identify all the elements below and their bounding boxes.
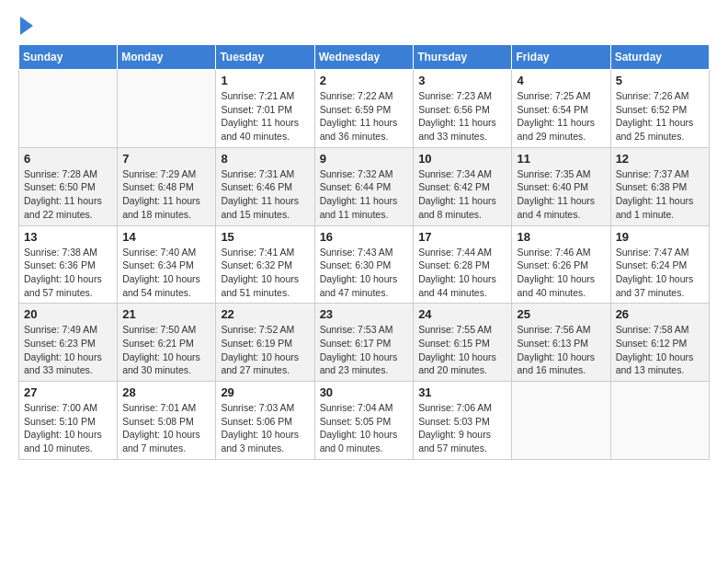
day-number: 1 xyxy=(221,74,309,87)
day-info: Sunrise: 7:00 AM Sunset: 5:10 PM Dayligh… xyxy=(24,401,112,455)
calendar-cell: 13Sunrise: 7:38 AM Sunset: 6:36 PM Dayli… xyxy=(19,225,118,304)
day-number: 11 xyxy=(517,152,605,166)
day-number: 13 xyxy=(24,230,112,244)
day-number: 4 xyxy=(517,74,605,87)
day-number: 19 xyxy=(616,230,704,244)
day-number: 29 xyxy=(221,385,309,399)
day-number: 23 xyxy=(320,307,409,321)
calendar-cell: 24Sunrise: 7:55 AM Sunset: 6:15 PM Dayli… xyxy=(414,304,512,382)
calendar-cell xyxy=(19,70,118,148)
calendar-week-row: 20Sunrise: 7:49 AM Sunset: 6:23 PM Dayli… xyxy=(19,304,710,382)
day-info: Sunrise: 7:21 AM Sunset: 7:01 PM Dayligh… xyxy=(221,89,309,144)
calendar-cell xyxy=(118,70,216,148)
logo xyxy=(18,18,33,35)
day-number: 6 xyxy=(24,152,112,166)
day-number: 20 xyxy=(24,307,112,321)
day-info: Sunrise: 7:43 AM Sunset: 6:30 PM Dayligh… xyxy=(320,246,409,300)
day-number: 14 xyxy=(122,230,210,244)
day-info: Sunrise: 7:23 AM Sunset: 6:56 PM Dayligh… xyxy=(418,89,506,144)
day-number: 27 xyxy=(24,385,112,399)
calendar-cell: 19Sunrise: 7:47 AM Sunset: 6:24 PM Dayli… xyxy=(610,225,709,304)
day-info: Sunrise: 7:29 AM Sunset: 6:48 PM Dayligh… xyxy=(122,167,210,222)
day-number: 9 xyxy=(320,152,409,166)
day-number: 2 xyxy=(320,74,409,87)
calendar-cell: 5Sunrise: 7:26 AM Sunset: 6:52 PM Daylig… xyxy=(610,70,709,148)
calendar-week-row: 13Sunrise: 7:38 AM Sunset: 6:36 PM Dayli… xyxy=(19,225,710,304)
day-info: Sunrise: 7:50 AM Sunset: 6:21 PM Dayligh… xyxy=(122,323,210,377)
day-info: Sunrise: 7:49 AM Sunset: 6:23 PM Dayligh… xyxy=(24,323,112,377)
calendar-week-row: 6Sunrise: 7:28 AM Sunset: 6:50 PM Daylig… xyxy=(19,147,710,225)
weekday-header: Tuesday xyxy=(216,45,314,70)
calendar-cell: 28Sunrise: 7:01 AM Sunset: 5:08 PM Dayli… xyxy=(118,382,216,460)
day-info: Sunrise: 7:55 AM Sunset: 6:15 PM Dayligh… xyxy=(418,323,506,377)
day-number: 21 xyxy=(122,307,210,321)
day-info: Sunrise: 7:34 AM Sunset: 6:42 PM Dayligh… xyxy=(418,167,506,222)
calendar-cell: 11Sunrise: 7:35 AM Sunset: 6:40 PM Dayli… xyxy=(512,147,610,225)
calendar-cell: 16Sunrise: 7:43 AM Sunset: 6:30 PM Dayli… xyxy=(314,225,414,304)
day-number: 26 xyxy=(616,307,704,321)
day-info: Sunrise: 7:41 AM Sunset: 6:32 PM Dayligh… xyxy=(221,246,309,300)
day-info: Sunrise: 7:31 AM Sunset: 6:46 PM Dayligh… xyxy=(221,167,309,222)
calendar-week-row: 27Sunrise: 7:00 AM Sunset: 5:10 PM Dayli… xyxy=(19,382,710,460)
day-info: Sunrise: 7:46 AM Sunset: 6:26 PM Dayligh… xyxy=(517,246,605,300)
day-info: Sunrise: 7:26 AM Sunset: 6:52 PM Dayligh… xyxy=(616,89,704,144)
day-number: 7 xyxy=(122,152,210,166)
calendar-cell xyxy=(512,382,610,460)
day-number: 25 xyxy=(517,307,605,321)
calendar-cell: 3Sunrise: 7:23 AM Sunset: 6:56 PM Daylig… xyxy=(414,70,512,148)
day-number: 17 xyxy=(418,230,506,244)
day-info: Sunrise: 7:03 AM Sunset: 5:06 PM Dayligh… xyxy=(221,401,309,455)
calendar-cell: 1Sunrise: 7:21 AM Sunset: 7:01 PM Daylig… xyxy=(216,70,314,148)
weekday-header: Monday xyxy=(118,45,216,70)
calendar-cell: 10Sunrise: 7:34 AM Sunset: 6:42 PM Dayli… xyxy=(414,147,512,225)
logo-arrow-icon xyxy=(20,17,33,35)
calendar-cell: 15Sunrise: 7:41 AM Sunset: 6:32 PM Dayli… xyxy=(216,225,314,304)
day-info: Sunrise: 7:53 AM Sunset: 6:17 PM Dayligh… xyxy=(320,323,409,377)
day-info: Sunrise: 7:40 AM Sunset: 6:34 PM Dayligh… xyxy=(122,246,210,300)
day-info: Sunrise: 7:22 AM Sunset: 6:59 PM Dayligh… xyxy=(320,89,409,144)
weekday-header: Thursday xyxy=(414,45,512,70)
day-number: 18 xyxy=(517,230,605,244)
calendar-cell: 27Sunrise: 7:00 AM Sunset: 5:10 PM Dayli… xyxy=(19,382,118,460)
day-number: 10 xyxy=(418,152,506,166)
weekday-header: Sunday xyxy=(19,45,118,70)
day-number: 12 xyxy=(616,152,704,166)
day-number: 24 xyxy=(418,307,506,321)
day-info: Sunrise: 7:56 AM Sunset: 6:13 PM Dayligh… xyxy=(517,323,605,377)
day-info: Sunrise: 7:01 AM Sunset: 5:08 PM Dayligh… xyxy=(122,401,210,455)
page-header xyxy=(18,18,710,35)
calendar-cell: 31Sunrise: 7:06 AM Sunset: 5:03 PM Dayli… xyxy=(414,382,512,460)
day-info: Sunrise: 7:38 AM Sunset: 6:36 PM Dayligh… xyxy=(24,246,112,300)
calendar-cell: 17Sunrise: 7:44 AM Sunset: 6:28 PM Dayli… xyxy=(414,225,512,304)
calendar-cell: 6Sunrise: 7:28 AM Sunset: 6:50 PM Daylig… xyxy=(19,147,118,225)
day-number: 28 xyxy=(122,385,210,399)
calendar-cell: 25Sunrise: 7:56 AM Sunset: 6:13 PM Dayli… xyxy=(512,304,610,382)
calendar-cell: 7Sunrise: 7:29 AM Sunset: 6:48 PM Daylig… xyxy=(118,147,216,225)
day-info: Sunrise: 7:28 AM Sunset: 6:50 PM Dayligh… xyxy=(24,167,112,222)
calendar-cell: 2Sunrise: 7:22 AM Sunset: 6:59 PM Daylig… xyxy=(314,70,414,148)
calendar-cell: 26Sunrise: 7:58 AM Sunset: 6:12 PM Dayli… xyxy=(610,304,709,382)
day-info: Sunrise: 7:04 AM Sunset: 5:05 PM Dayligh… xyxy=(320,401,409,455)
calendar-table: SundayMondayTuesdayWednesdayThursdayFrid… xyxy=(18,44,710,460)
day-info: Sunrise: 7:25 AM Sunset: 6:54 PM Dayligh… xyxy=(517,89,605,144)
calendar-cell: 21Sunrise: 7:50 AM Sunset: 6:21 PM Dayli… xyxy=(118,304,216,382)
day-number: 3 xyxy=(418,74,506,87)
day-number: 31 xyxy=(418,385,506,399)
day-info: Sunrise: 7:35 AM Sunset: 6:40 PM Dayligh… xyxy=(517,167,605,222)
day-number: 15 xyxy=(221,230,309,244)
calendar-header-row: SundayMondayTuesdayWednesdayThursdayFrid… xyxy=(19,45,710,70)
day-number: 30 xyxy=(320,385,409,399)
day-number: 5 xyxy=(616,74,704,87)
calendar-week-row: 1Sunrise: 7:21 AM Sunset: 7:01 PM Daylig… xyxy=(19,70,710,148)
calendar-cell: 14Sunrise: 7:40 AM Sunset: 6:34 PM Dayli… xyxy=(118,225,216,304)
day-info: Sunrise: 7:37 AM Sunset: 6:38 PM Dayligh… xyxy=(616,167,704,222)
day-info: Sunrise: 7:58 AM Sunset: 6:12 PM Dayligh… xyxy=(616,323,704,377)
calendar-cell: 12Sunrise: 7:37 AM Sunset: 6:38 PM Dayli… xyxy=(610,147,709,225)
day-info: Sunrise: 7:47 AM Sunset: 6:24 PM Dayligh… xyxy=(616,246,704,300)
day-number: 22 xyxy=(221,307,309,321)
calendar-cell: 30Sunrise: 7:04 AM Sunset: 5:05 PM Dayli… xyxy=(314,382,414,460)
day-number: 8 xyxy=(221,152,309,166)
day-info: Sunrise: 7:32 AM Sunset: 6:44 PM Dayligh… xyxy=(320,167,409,222)
calendar-cell: 8Sunrise: 7:31 AM Sunset: 6:46 PM Daylig… xyxy=(216,147,314,225)
calendar-cell: 23Sunrise: 7:53 AM Sunset: 6:17 PM Dayli… xyxy=(314,304,414,382)
